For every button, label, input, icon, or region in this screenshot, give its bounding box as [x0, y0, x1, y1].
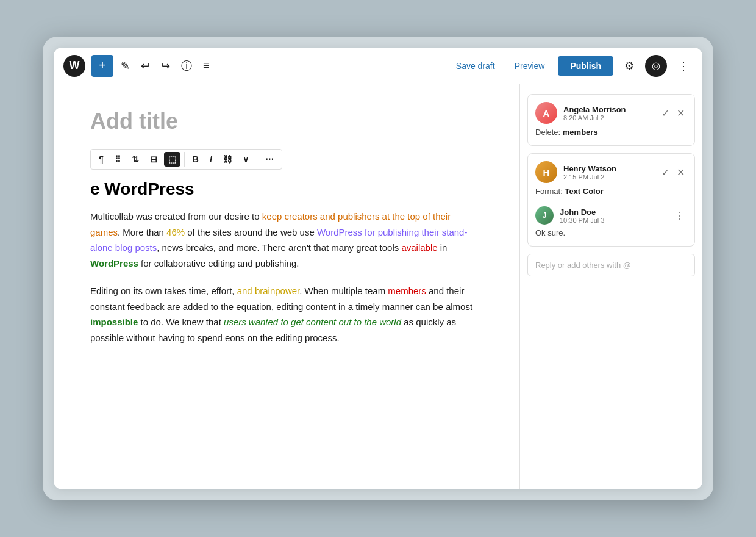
target-icon	[652, 60, 660, 71]
add-block-button[interactable]: +	[91, 55, 113, 77]
comment-close-button-angela[interactable]: ✕	[674, 106, 687, 120]
comment-body-henry: Format: Text Color	[535, 187, 687, 196]
comment-header-john: J John Doe 10:30 PM Jul 3 ⋮	[535, 206, 687, 225]
info-icon	[181, 59, 192, 73]
more-formats-button[interactable]: ∨	[238, 152, 253, 167]
comment-value-angela: members	[563, 128, 598, 137]
avatar-angela: A	[535, 102, 557, 124]
undo-button[interactable]	[137, 56, 154, 76]
comment-actions-henry: ✓ ✕	[659, 165, 687, 179]
comment-header-angela: A Angela Morrison 8:20 AM Jul 2 ✓ ✕	[535, 102, 687, 124]
undo-icon	[141, 59, 150, 73]
comment-body-john: Ok sure.	[535, 228, 687, 237]
toolbar-left: W +	[63, 55, 445, 77]
redo-icon	[161, 59, 170, 73]
arrows-icon: ⇅	[132, 154, 139, 164]
toolbar-right: Save draft Preview Publish	[450, 55, 693, 77]
italic-green-text: users wanted to get content out to the w…	[224, 317, 401, 327]
percentage-text: 46%	[166, 227, 185, 237]
drag-icon: ⠿	[115, 154, 121, 164]
comment-meta-john: John Doe 10:30 PM Jul 3	[560, 207, 666, 224]
wp-editor: W + Save draft Pr	[54, 48, 702, 489]
comment-actions-john: ⋮	[672, 209, 687, 223]
preview-button[interactable]: Preview	[508, 57, 551, 74]
align-button[interactable]: ⊟	[146, 152, 162, 167]
comment-time-john: 10:30 PM Jul 3	[560, 217, 666, 224]
block-type-active-button[interactable]: ⬚	[164, 152, 180, 167]
comments-panel: A Angela Morrison 8:20 AM Jul 2 ✓ ✕ Dele…	[519, 84, 702, 489]
publish-button[interactable]: Publish	[558, 56, 613, 76]
link-button[interactable]: ⛓	[219, 152, 236, 167]
comment-check-button-henry[interactable]: ✓	[659, 165, 672, 179]
heading-text: e WordPress	[90, 179, 194, 198]
pen-icon	[121, 59, 130, 73]
move-arrows-button[interactable]: ⇅	[127, 152, 143, 167]
comment-check-button-angela[interactable]: ✓	[659, 106, 672, 120]
chevron-down-icon: ∨	[243, 154, 249, 164]
wp-logo[interactable]: W	[63, 55, 85, 77]
comment-more-button-john[interactable]: ⋮	[672, 209, 687, 223]
comment-author-john: John Doe	[560, 207, 666, 217]
content-paragraph-2: Editing on its own takes time, effort, a…	[90, 283, 483, 345]
bold-button[interactable]: B	[188, 152, 203, 167]
comment-meta-angela: Angela Morrison 8:20 AM Jul 2	[563, 105, 653, 121]
bold-icon: B	[193, 154, 199, 164]
comment-value-henry: Text Color	[565, 187, 603, 196]
content-paragraph-1: Multicollab was created from our desire …	[90, 209, 483, 271]
info-button[interactable]	[177, 55, 196, 77]
comment-card-henry: H Henry Watson 2:15 PM Jul 2 ✓ ✕ Format:…	[527, 153, 695, 247]
save-draft-button[interactable]: Save draft	[450, 57, 501, 74]
pen-icon-button[interactable]	[117, 56, 134, 76]
avatar-henry: H	[535, 161, 557, 183]
reply-input-wrap[interactable]	[527, 254, 695, 276]
comment-meta-henry: Henry Watson 2:15 PM Jul 2	[563, 164, 653, 181]
list-view-button[interactable]	[199, 56, 213, 76]
redo-button[interactable]	[157, 56, 174, 76]
comment-author-angela: Angela Morrison	[563, 105, 653, 114]
feedback-underline: edback are	[135, 301, 180, 312]
italic-icon: I	[210, 154, 212, 164]
comment-header-henry: H Henry Watson 2:15 PM Jul 2 ✓ ✕	[535, 161, 687, 183]
toolbar-divider2	[257, 152, 257, 167]
reply-input[interactable]	[535, 261, 687, 270]
align-icon: ⊟	[150, 154, 157, 164]
comment-body-angela: Delete: members	[535, 128, 687, 137]
list-icon	[203, 59, 210, 72]
block-dots-icon: ⋯	[265, 154, 274, 164]
members-text: members	[388, 286, 426, 296]
content-heading: e WordPress	[90, 179, 483, 199]
paragraph-icon: ¶	[99, 154, 104, 164]
comment-divider	[535, 201, 687, 201]
comment-time-henry: 2:15 PM Jul 2	[563, 173, 653, 181]
title-field[interactable]: Add title	[90, 109, 483, 134]
target-icon-button[interactable]	[645, 55, 667, 77]
impossible-text: impossible	[90, 317, 138, 327]
editor-content: Add title ¶ ⠿ ⇅ ⊟ ⬚	[54, 84, 519, 489]
brainpower-text: and brainpower	[237, 286, 300, 296]
avatar-john: J	[535, 206, 554, 225]
paragraph-style-button[interactable]: ¶	[94, 152, 108, 167]
comment-actions-angela: ✓ ✕	[659, 106, 687, 120]
block-type-icon: ⬚	[168, 154, 176, 164]
toolbar-divider	[184, 152, 185, 167]
italic-button[interactable]: I	[205, 152, 216, 167]
block-more-button[interactable]: ⋯	[261, 152, 278, 167]
editor-body: Add title ¶ ⠿ ⇅ ⊟ ⬚	[54, 84, 702, 489]
more-options-button[interactable]	[674, 56, 693, 76]
comment-card-angela: A Angela Morrison 8:20 AM Jul 2 ✓ ✕ Dele…	[527, 94, 695, 146]
wordpress-bold-text: WordPress	[90, 258, 138, 268]
comment-label-henry: Format:	[535, 187, 565, 196]
gear-icon	[624, 59, 634, 73]
more-dots-icon	[678, 59, 689, 73]
comment-label-angela: Delete:	[535, 128, 563, 137]
drag-handle-button[interactable]: ⠿	[110, 152, 125, 167]
comment-close-button-henry[interactable]: ✕	[674, 165, 687, 179]
outer-frame: W + Save draft Pr	[43, 37, 713, 500]
strikethrough-text: available	[401, 242, 437, 253]
comment-time-angela: 8:20 AM Jul 2	[563, 114, 653, 121]
main-toolbar: W + Save draft Pr	[54, 48, 702, 84]
comment-author-henry: Henry Watson	[563, 164, 653, 173]
settings-button[interactable]	[621, 56, 638, 76]
link-icon: ⛓	[223, 154, 232, 164]
block-toolbar: ¶ ⠿ ⇅ ⊟ ⬚ B	[90, 149, 282, 170]
